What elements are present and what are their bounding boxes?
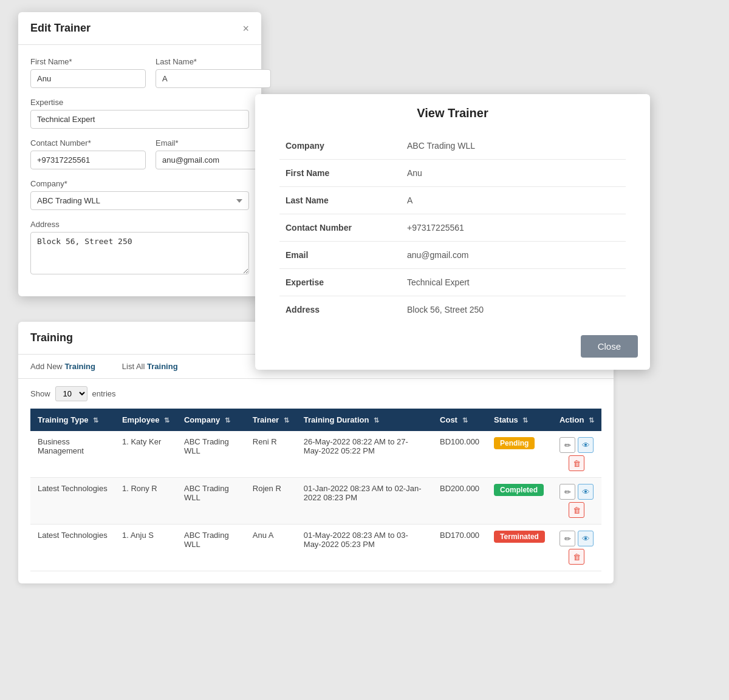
action-row-bottom: 🗑 xyxy=(569,455,584,471)
edit-button[interactable]: ✏ xyxy=(560,484,575,500)
view-row-label: First Name xyxy=(279,160,401,187)
edit-trainer-close-button[interactable]: × xyxy=(242,23,249,34)
company-cell: ABC Trading WLL xyxy=(177,478,245,525)
training-col-header[interactable]: Cost ⇅ xyxy=(433,409,487,431)
view-trainer-row: Last Name A xyxy=(279,187,626,214)
view-trainer-header: View Trainer xyxy=(255,94,650,132)
address-row: Address Block 56, Street 250 xyxy=(30,220,249,274)
action-buttons: ✏ 👁 🗑 xyxy=(560,484,594,518)
sort-icon: ⇅ xyxy=(225,416,230,424)
employee-cell: 1. Katy Ker xyxy=(115,431,177,478)
contact-input[interactable] xyxy=(30,151,146,169)
action-row-top: ✏ 👁 xyxy=(560,484,594,500)
add-new-training-link[interactable]: Add New Training xyxy=(18,355,108,378)
training-col-header[interactable]: Employee ⇅ xyxy=(115,409,177,431)
list-all-type: Training xyxy=(147,362,178,371)
show-entries-row: Show 10 25 50 entries xyxy=(18,379,614,409)
company-select[interactable]: ABC Trading WLL xyxy=(30,191,249,210)
view-button[interactable]: 👁 xyxy=(578,531,594,546)
address-group: Address Block 56, Street 250 xyxy=(30,220,249,274)
view-trainer-table: Company ABC Trading WLL First Name Anu L… xyxy=(279,132,626,323)
company-row: Company* ABC Trading WLL xyxy=(30,179,249,210)
edit-trainer-modal: Edit Trainer × First Name* Last Name* Ex… xyxy=(18,12,261,296)
training-col-header[interactable]: Action ⇅ xyxy=(552,409,601,431)
training-col-header[interactable]: Training Type ⇅ xyxy=(30,409,115,431)
delete-button[interactable]: 🗑 xyxy=(569,502,584,518)
view-trainer-row: Contact Number +97317225561 xyxy=(279,214,626,242)
expertise-input[interactable] xyxy=(30,110,249,129)
training-col-header[interactable]: Status ⇅ xyxy=(487,409,552,431)
status-cell: Completed xyxy=(487,478,552,525)
contact-group: Contact Number* xyxy=(30,138,146,169)
status-badge: Completed xyxy=(494,484,544,496)
table-row: Business Management 1. Katy Ker ABC Trad… xyxy=(30,431,601,478)
table-row: Latest Technologies 1. Anju S ABC Tradin… xyxy=(30,525,601,571)
edit-trainer-body: First Name* Last Name* Expertise Contact… xyxy=(18,45,261,296)
edit-button[interactable]: ✏ xyxy=(560,531,575,546)
view-trainer-row: Email anu@gmail.com xyxy=(279,242,626,269)
view-row-label: Company xyxy=(279,132,401,160)
duration-cell: 26-May-2022 08:22 AM to 27-May-2022 05:2… xyxy=(296,431,433,478)
view-trainer-modal: View Trainer Company ABC Trading WLL Fir… xyxy=(255,94,650,370)
action-buttons: ✏ 👁 🗑 xyxy=(560,437,594,471)
trainer-cell: Reni R xyxy=(245,431,296,478)
trainer-cell: Anu A xyxy=(245,525,296,571)
edit-trainer-title: Edit Trainer xyxy=(30,22,91,35)
view-trainer-row: Company ABC Trading WLL xyxy=(279,132,626,160)
email-group: Email* xyxy=(156,138,271,169)
training-type-cell: Business Management xyxy=(30,431,115,478)
training-table-head: Training Type ⇅Employee ⇅Company ⇅Traine… xyxy=(30,409,601,431)
edit-trainer-header: Edit Trainer × xyxy=(18,12,261,45)
view-button[interactable]: 👁 xyxy=(578,437,594,453)
last-name-label: Last Name* xyxy=(156,57,271,66)
view-trainer-title: View Trainer xyxy=(267,106,638,120)
address-textarea[interactable]: Block 56, Street 250 xyxy=(30,232,249,274)
employee-cell: 1. Anju S xyxy=(115,525,177,571)
last-name-group: Last Name* xyxy=(156,57,271,88)
view-trainer-close-button[interactable]: Close xyxy=(581,335,638,358)
training-table-body: Business Management 1. Katy Ker ABC Trad… xyxy=(30,431,601,571)
view-trainer-table-wrapper: Company ABC Trading WLL First Name Anu L… xyxy=(255,132,650,323)
training-type-cell: Latest Technologies xyxy=(30,478,115,525)
training-col-header[interactable]: Trainer ⇅ xyxy=(245,409,296,431)
expertise-label: Expertise xyxy=(30,98,249,107)
view-row-value: anu@gmail.com xyxy=(401,242,626,269)
contact-email-row: Contact Number* Email* xyxy=(30,138,249,169)
view-row-value: +97317225561 xyxy=(401,214,626,242)
training-col-header[interactable]: Company ⇅ xyxy=(177,409,245,431)
action-row-bottom: 🗑 xyxy=(569,502,584,518)
view-row-value: Anu xyxy=(401,160,626,187)
add-new-label: Add New xyxy=(30,362,63,371)
view-trainer-row: First Name Anu xyxy=(279,160,626,187)
view-button[interactable]: 👁 xyxy=(578,484,594,500)
delete-button[interactable]: 🗑 xyxy=(569,549,584,565)
view-row-label: Contact Number xyxy=(279,214,401,242)
list-all-training-link[interactable]: List All Training xyxy=(110,355,190,378)
company-cell: ABC Trading WLL xyxy=(177,525,245,571)
status-cell: Terminated xyxy=(487,525,552,571)
company-cell: ABC Trading WLL xyxy=(177,431,245,478)
expertise-group: Expertise xyxy=(30,98,249,129)
list-all-label: List All xyxy=(122,362,145,371)
action-row-bottom: 🗑 xyxy=(569,549,584,565)
view-trainer-footer: Close xyxy=(255,323,650,370)
first-name-input[interactable] xyxy=(30,69,146,88)
sort-icon: ⇅ xyxy=(462,416,468,424)
entries-count-select[interactable]: 10 25 50 xyxy=(55,386,87,401)
action-row-top: ✏ 👁 xyxy=(560,531,594,546)
expertise-row: Expertise xyxy=(30,98,249,129)
edit-button[interactable]: ✏ xyxy=(560,437,575,453)
show-label: Show xyxy=(30,389,50,398)
status-badge: Pending xyxy=(494,437,535,449)
email-input[interactable] xyxy=(156,151,271,169)
first-name-group: First Name* xyxy=(30,57,146,88)
last-name-input[interactable] xyxy=(156,69,271,88)
first-name-label: First Name* xyxy=(30,57,146,66)
training-col-header[interactable]: Training Duration ⇅ xyxy=(296,409,433,431)
view-row-value: Block 56, Street 250 xyxy=(401,296,626,324)
sort-icon: ⇅ xyxy=(374,416,379,424)
address-label: Address xyxy=(30,220,249,229)
delete-button[interactable]: 🗑 xyxy=(569,455,584,471)
entries-label: entries xyxy=(92,389,116,398)
company-label: Company* xyxy=(30,179,249,188)
